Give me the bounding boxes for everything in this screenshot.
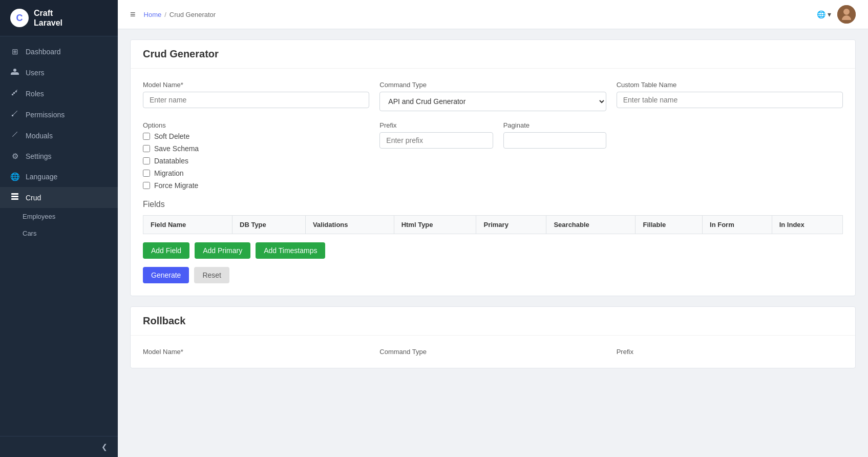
soft-delete-checkbox[interactable] (143, 133, 150, 140)
col-primary: Primary (476, 216, 546, 234)
topbar-right: 🌐 ▾ (817, 5, 856, 24)
model-name-input[interactable] (143, 92, 369, 108)
prefix-label: Prefix (379, 121, 493, 129)
col-in-index: In Index (772, 216, 842, 234)
col-db-type: DB Type (232, 216, 306, 234)
sidebar: C Craft Laravel ⊞ Dashboard Users Roles (0, 0, 118, 457)
logo-icon: C (10, 9, 29, 27)
custom-table-name-input[interactable] (617, 92, 843, 108)
crud-icon (10, 193, 19, 202)
soft-delete-option[interactable]: Soft Delete (143, 132, 369, 140)
command-type-label: Command Type (379, 81, 606, 89)
col-fillable: Fillable (636, 216, 703, 234)
sidebar-item-language[interactable]: 🌐 Language (0, 167, 118, 187)
topbar-left: ≡ Home / Crud Generator (130, 9, 216, 20)
command-type-select[interactable]: API and Crud Generator API Generator Cru… (379, 92, 606, 111)
card-body: Model Name* Command Type API and Crud Ge… (131, 69, 855, 296)
paginate-group: Paginate 10 (503, 121, 606, 149)
model-name-group: Model Name* (143, 81, 369, 111)
svg-rect-1 (11, 196, 18, 197)
col-html-type: Html Type (394, 216, 476, 234)
options-group: Options Soft Delete Save Schema (143, 121, 369, 190)
checkbox-group: Soft Delete Save Schema Datatables (143, 132, 369, 190)
sidebar-item-settings[interactable]: ⚙ Settings (0, 146, 118, 167)
datatables-option[interactable]: Datatables (143, 157, 369, 165)
sidebar-item-users[interactable]: Users (0, 62, 118, 83)
save-schema-option[interactable]: Save Schema (143, 144, 369, 153)
generate-button[interactable]: Generate (143, 267, 189, 283)
sidebar-collapse-button[interactable]: ❮ (0, 436, 118, 457)
sidebar-item-label: Dashboard (26, 48, 61, 56)
sidebar-item-dashboard[interactable]: ⊞ Dashboard (0, 41, 118, 62)
breadcrumb-current: Crud Generator (170, 11, 216, 18)
globe-icon: 🌐 (817, 10, 825, 18)
rollback-command-type-label: Command Type (379, 348, 606, 356)
migration-checkbox[interactable] (143, 170, 150, 177)
breadcrumb: Home / Crud Generator (144, 11, 216, 18)
sidebar-item-label: Language (26, 173, 57, 181)
topbar: ≡ Home / Crud Generator 🌐 ▾ (118, 0, 868, 29)
form-row-2: Options Soft Delete Save Schema (143, 121, 843, 190)
rollback-title: Rollback (131, 307, 855, 336)
sidebar-item-label: Roles (26, 90, 44, 98)
fields-action-buttons: Add Field Add Primary Add Timestamps (143, 242, 843, 259)
sidebar-logo: C Craft Laravel (0, 0, 118, 36)
force-migrate-option[interactable]: Force Migrate (143, 181, 369, 190)
hamburger-icon[interactable]: ≡ (130, 9, 136, 20)
sidebar-item-label: Crud (26, 194, 41, 202)
fields-table-head: Field Name DB Type Validations Html Type… (143, 216, 843, 234)
main-content: ≡ Home / Crud Generator 🌐 ▾ Crud Ge (118, 0, 868, 457)
paginate-input[interactable]: 10 (503, 132, 606, 149)
options-label: Options (143, 121, 369, 129)
language-selector-button[interactable]: 🌐 ▾ (817, 10, 831, 18)
svg-rect-2 (11, 198, 18, 200)
datatables-checkbox[interactable] (143, 157, 150, 164)
breadcrumb-separator: / (164, 11, 166, 18)
col-in-form: In Form (703, 216, 772, 234)
avatar[interactable] (837, 5, 856, 24)
reset-button[interactable]: Reset (194, 267, 229, 283)
crud-generator-card: Crud Generator Model Name* Command Type … (130, 39, 856, 296)
rollback-card-body: Model Name* Command Type Prefix (131, 336, 855, 368)
add-primary-button[interactable]: Add Primary (195, 242, 250, 259)
rollback-form-row: Model Name* Command Type Prefix (143, 348, 843, 356)
sidebar-item-label: Users (26, 69, 45, 77)
col-validations: Validations (305, 216, 394, 234)
dashboard-icon: ⊞ (10, 47, 19, 56)
sidebar-item-label: Settings (26, 152, 52, 160)
rollback-card: Rollback Model Name* Command Type Prefix (130, 306, 856, 368)
sidebar-item-employees[interactable]: Employees (0, 208, 118, 225)
dropdown-arrow-icon: ▾ (828, 10, 831, 18)
moduals-icon (10, 131, 19, 140)
fields-table: Field Name DB Type Validations Html Type… (143, 215, 843, 234)
page-title: Crud Generator (131, 40, 855, 69)
fields-section: Fields Field Name DB Type Validations Ht… (143, 200, 843, 283)
migration-option[interactable]: Migration (143, 169, 369, 177)
page-content: Crud Generator Model Name* Command Type … (118, 29, 868, 457)
users-icon (10, 68, 19, 77)
sidebar-item-cars[interactable]: Cars (0, 225, 118, 242)
prefix-group: Prefix (379, 121, 493, 149)
breadcrumb-home[interactable]: Home (144, 11, 162, 18)
command-type-group: Command Type API and Crud Generator API … (379, 81, 606, 111)
permissions-icon (10, 110, 19, 119)
rollback-model-name-label: Model Name* (143, 348, 369, 356)
add-timestamps-button[interactable]: Add Timestamps (256, 242, 325, 259)
rollback-model-name-group: Model Name* (143, 348, 369, 356)
add-field-button[interactable]: Add Field (143, 242, 189, 259)
form-row-1: Model Name* Command Type API and Crud Ge… (143, 81, 843, 111)
settings-icon: ⚙ (10, 152, 19, 161)
sidebar-item-roles[interactable]: Roles (0, 83, 118, 104)
form-action-buttons: Generate Reset (143, 267, 843, 283)
sidebar-nav: ⊞ Dashboard Users Roles Permissions Mo (0, 36, 118, 436)
sidebar-item-label: Permissions (26, 111, 65, 119)
prefix-input[interactable] (379, 132, 493, 149)
force-migrate-checkbox[interactable] (143, 182, 150, 189)
save-schema-checkbox[interactable] (143, 145, 150, 152)
sidebar-item-moduals[interactable]: Moduals (0, 125, 118, 146)
fields-section-title: Fields (143, 200, 843, 209)
sidebar-item-crud[interactable]: Crud (0, 187, 118, 208)
prefix-paginate-group: Prefix Paginate 10 (379, 121, 606, 149)
sidebar-item-permissions[interactable]: Permissions (0, 104, 118, 125)
sidebar-item-label: Moduals (26, 132, 53, 140)
